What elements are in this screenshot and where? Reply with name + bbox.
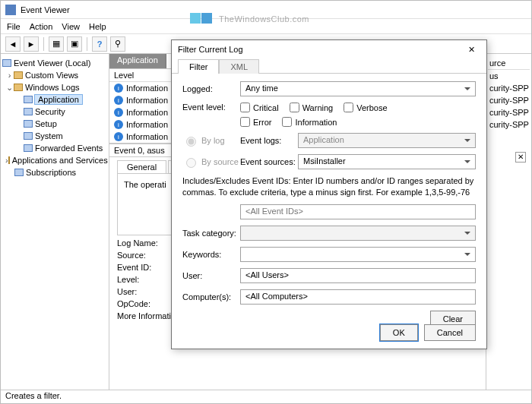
menu-file[interactable]: File [7,22,21,31]
row-level[interactable]: Information [126,120,168,129]
forward-button[interactable]: ► [24,36,39,52]
tree-root[interactable]: Event Viewer (Local) [14,58,90,68]
cb-warning[interactable]: Warning [290,103,334,112]
tree-appsvc[interactable]: Applications and Services Lo [12,156,109,165]
row-level[interactable]: Information [126,84,168,93]
row-source[interactable]: curity-SPP [488,118,530,131]
keywords-combo[interactable] [240,247,476,262]
cb-error[interactable]: Error [240,117,271,127]
help-text: Includes/Excludes Event IDs: Enter ID nu… [182,175,476,198]
nav-tree[interactable]: Event Viewer (Local) ›Custom Views ⌄Wind… [1,54,109,390]
computer-icon [2,59,11,67]
tree-setup[interactable]: Setup [35,119,57,128]
info-icon: i [114,132,123,141]
tree-security[interactable]: Security [35,107,65,116]
status-bar: Creates a filter. [1,390,531,403]
window-title: Event Viewer [21,5,70,14]
logged-combo[interactable]: Any time [240,81,476,96]
row-source[interactable]: curity-SPP [488,94,530,106]
event-logs-combo: Application [298,133,476,148]
help-button[interactable]: ? [92,36,107,52]
label-task-category: Task category: [182,229,240,238]
app-icon [5,5,16,15]
info-icon: i [114,120,123,129]
find-button[interactable]: ⚲ [110,36,125,52]
close-detail-button[interactable]: ✕ [515,152,526,163]
task-category-combo [240,226,476,241]
row-source[interactable]: curity-SPP [488,106,530,118]
row-source[interactable]: curity-SPP [488,82,530,94]
info-icon: i [114,84,123,93]
refresh-button[interactable]: ▣ [67,36,82,52]
col-source[interactable]: urce [488,57,530,70]
log-icon [24,132,33,140]
titlebar: Event Viewer [1,1,531,19]
label-keywords: Keywords: [182,250,240,259]
radio-by-source: By source [182,156,240,168]
cancel-button[interactable]: Cancel [424,324,476,341]
tab-filter[interactable]: Filter [178,59,219,74]
event-sources-combo[interactable]: MsiInstaller [298,154,476,169]
radio-by-log: By log [182,134,240,147]
tree-system[interactable]: System [35,131,63,140]
label-event-level: Event level: [182,103,240,112]
menu-view[interactable]: View [62,22,80,31]
menu-action[interactable]: Action [30,22,53,31]
show-tree-button[interactable]: ▦ [49,36,64,52]
dialog-title: Filter Current Log [178,45,243,54]
cb-information[interactable]: Information [282,117,337,127]
close-icon[interactable]: ✕ [462,42,480,57]
menubar: File Action View Help [1,19,531,34]
label-event-sources: Event sources: [240,157,298,166]
ok-button[interactable]: OK [380,324,418,341]
log-icon [24,96,33,103]
info-icon: i [114,96,123,105]
label-computers: Computer(s): [182,292,240,301]
log-icon [24,144,33,152]
log-icon [14,169,24,176]
user-input[interactable]: <All Users> [240,268,476,283]
row-level[interactable]: Information [126,132,168,141]
tree-forwarded[interactable]: Forwarded Events [35,144,103,153]
info-icon: i [114,108,123,117]
tree-application[interactable]: Application [35,95,82,104]
tab-xml[interactable]: XML [219,59,259,74]
filter-dialog: Filter Current Log ✕ Filter XML Logged: … [171,39,487,349]
label-user: User: [182,271,240,280]
right-column: urce us curity-SPP curity-SPP curity-SPP… [486,54,531,390]
center-tab-application[interactable]: Application [109,54,166,68]
label-event-logs: Event logs: [240,136,298,145]
tab-general[interactable]: General [117,160,166,173]
computers-input[interactable]: <All Computers> [240,289,476,305]
log-icon [24,120,33,128]
row-level[interactable]: Information [126,108,168,117]
folder-icon [14,71,23,79]
tree-winlogs[interactable]: Windows Logs [25,83,80,92]
collapse-icon[interactable]: ⌄ [5,83,14,93]
menu-help[interactable]: Help [89,22,106,31]
tree-subs[interactable]: Subscriptions [26,168,76,177]
tree-custom[interactable]: Custom Views [25,71,78,80]
detail-text: The operati [124,180,166,189]
folder-icon [14,84,23,91]
row-source[interactable]: us [488,70,530,82]
expand-icon[interactable]: › [5,71,14,80]
label-logged: Logged: [182,84,240,93]
back-button[interactable]: ◄ [5,36,21,52]
cb-verbose[interactable]: Verbose [344,103,387,112]
event-ids-input[interactable]: <All Event IDs> [240,204,476,219]
row-level[interactable]: Information [126,96,168,105]
log-icon [24,108,33,115]
folder-icon [8,156,10,164]
cb-critical[interactable]: Critical [240,103,279,112]
detail-header: Event 0, asus [114,146,165,155]
